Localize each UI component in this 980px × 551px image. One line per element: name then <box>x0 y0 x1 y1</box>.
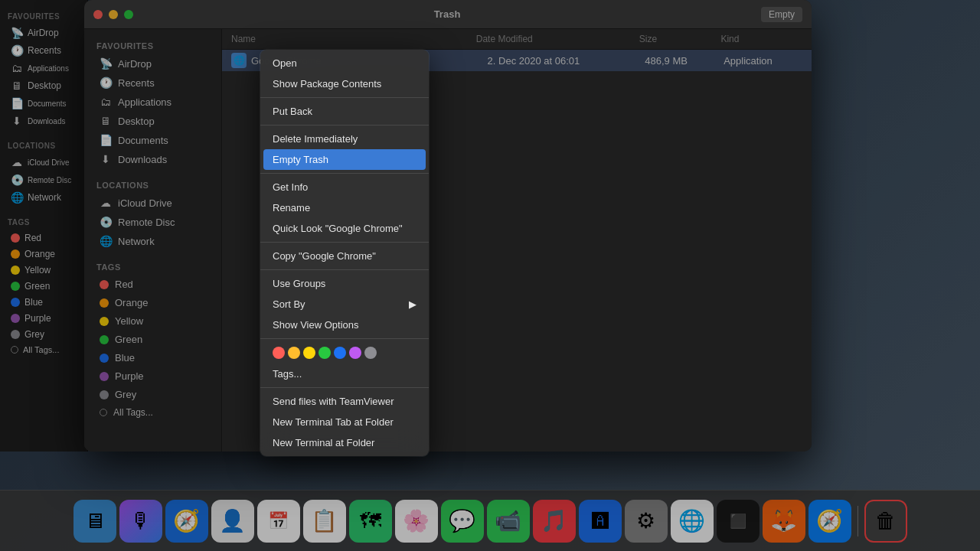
ctx-tags[interactable]: Tags... <box>260 364 429 384</box>
ctx-new-terminal[interactable]: New Terminal at Folder <box>260 432 429 453</box>
context-menu-overlay <box>0 0 980 551</box>
ctx-sort-by-arrow: ▶ <box>409 298 416 310</box>
ctx-color-red[interactable] <box>273 347 285 359</box>
ctx-delete-immediately[interactable]: Delete Immediately <box>260 129 429 149</box>
ctx-sep-4 <box>260 242 429 243</box>
ctx-color-grey[interactable] <box>364 347 377 359</box>
ctx-sep-1 <box>260 97 429 98</box>
ctx-quick-look[interactable]: Quick Look "Google Chrome" <box>260 218 429 239</box>
ctx-copy[interactable]: Copy "Google Chrome" <box>260 246 429 266</box>
ctx-color-orange[interactable] <box>288 347 300 359</box>
ctx-sep-6 <box>260 338 429 339</box>
ctx-sep-2 <box>260 125 429 126</box>
ctx-sep-7 <box>260 387 429 388</box>
ctx-sort-by-label: Sort By <box>273 298 305 310</box>
ctx-show-view-options[interactable]: Show View Options <box>260 315 429 335</box>
ctx-sort-by[interactable]: Sort By ▶ <box>260 294 429 315</box>
ctx-color-blue[interactable] <box>334 347 346 359</box>
ctx-use-groups[interactable]: Use Groups <box>260 273 429 294</box>
ctx-put-back[interactable]: Put Back <box>260 101 429 122</box>
ctx-rename[interactable]: Rename <box>260 197 429 218</box>
ctx-sep-3 <box>260 173 429 174</box>
ctx-color-purple[interactable] <box>349 347 361 359</box>
ctx-get-info[interactable]: Get Info <box>260 177 429 197</box>
ctx-tag-colors <box>260 342 429 364</box>
ctx-color-green[interactable] <box>318 347 331 359</box>
ctx-empty-trash[interactable]: Empty Trash <box>263 149 426 170</box>
ctx-new-terminal-tab[interactable]: New Terminal Tab at Folder <box>260 412 429 432</box>
ctx-open[interactable]: Open <box>260 53 429 73</box>
ctx-teamviewer[interactable]: Send files with TeamViewer <box>260 391 429 412</box>
ctx-show-package[interactable]: Show Package Contents <box>260 73 429 94</box>
ctx-color-yellow[interactable] <box>303 347 315 359</box>
ctx-sep-5 <box>260 269 429 270</box>
context-menu: Open Show Package Contents Put Back Dele… <box>260 50 429 456</box>
